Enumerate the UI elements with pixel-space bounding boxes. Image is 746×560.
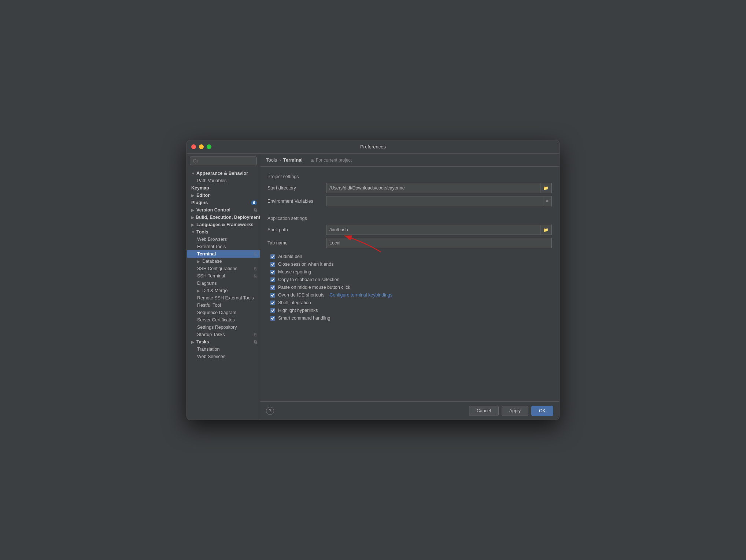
sidebar-item-web-services[interactable]: Web Services [187,353,260,360]
audible-bell-checkbox[interactable] [270,254,275,259]
titlebar: Preferences [187,140,559,154]
paste-middle-label: Paste on middle mouse button click [278,285,350,290]
copy-icon: ⎘ [254,332,257,337]
paste-middle-row: Paste on middle mouse button click [270,285,552,290]
env-variables-row: Environment Variables ≡ [267,196,552,206]
start-directory-label: Start directory [267,185,326,191]
arrow-icon: ▼ [191,172,195,176]
env-variables-input[interactable] [326,196,543,206]
sidebar-item-path-variables[interactable]: Path Variables [187,177,260,184]
start-directory-input[interactable] [326,183,540,193]
for-project-label: ⊞ For current project [311,158,352,163]
close-session-checkbox[interactable] [270,262,275,267]
sidebar-item-plugins[interactable]: Plugins 6 [187,199,260,206]
sidebar-item-web-browsers[interactable]: Web Browsers [187,236,260,243]
sidebar-item-diagrams[interactable]: Diagrams [187,280,260,287]
sidebar-item-tasks[interactable]: ▶ Tasks ⎘ [187,338,260,346]
mouse-reporting-label: Mouse reporting [278,269,311,275]
copy-icon: ⎘ [254,274,257,278]
sidebar-item-sequence-diagram[interactable]: Sequence Diagram [187,309,260,316]
tab-name-row: Tab name [267,238,552,248]
shell-integration-label: Shell integration [278,300,311,305]
help-button[interactable]: ? [266,407,274,415]
copy-icon: ⎘ [254,266,257,271]
shell-path-row: Shell path 📁 [267,225,552,235]
sidebar-item-restful[interactable]: Restful Tool [187,302,260,309]
sidebar-item-ssh-configs[interactable]: SSH Configurations ⎘ [187,265,260,272]
sidebar-tree: ▼ Appearance & Behavior Path Variables K… [187,168,260,420]
main-content: ▼ Appearance & Behavior Path Variables K… [187,154,559,420]
arrow-icon: ▶ [191,208,195,212]
override-ide-label: Override IDE shortcuts [278,292,324,298]
sidebar-item-remote-ssh[interactable]: Remote SSH External Tools [187,294,260,302]
ok-button[interactable]: OK [531,406,553,416]
copy-clipboard-checkbox[interactable] [270,277,275,282]
start-directory-input-group: 📁 [326,183,552,193]
copy-icon: ⎘ [254,252,257,256]
sidebar-item-settings-repo[interactable]: Settings Repository [187,324,260,331]
window-controls [191,144,211,149]
arrow-icon: ▶ [191,215,194,220]
sidebar-item-build[interactable]: ▶ Build, Execution, Deployment [187,214,260,221]
highlight-hyperlinks-row: Highlight hyperlinks [270,308,552,313]
arrow-icon: ▶ [191,340,195,344]
sidebar-item-keymap[interactable]: Keymap [187,184,260,192]
highlight-hyperlinks-checkbox[interactable] [270,308,275,313]
sidebar-item-database[interactable]: ▶ Database [187,258,260,265]
preferences-window: Preferences ▼ Appearance & Behavior Path… [186,140,560,420]
start-directory-browse-button[interactable]: 📁 [540,183,552,193]
arrow-icon: ▶ [191,194,195,198]
cancel-button[interactable]: Cancel [469,406,499,416]
shell-integration-checkbox[interactable] [270,301,275,305]
close-button[interactable] [191,144,196,149]
breadcrumb-separator: › [279,157,281,163]
sidebar-item-diff-merge[interactable]: ▶ Diff & Merge [187,287,260,294]
sidebar-item-appearance[interactable]: ▼ Appearance & Behavior [187,170,260,177]
shell-path-browse-button[interactable]: 📁 [540,225,552,235]
smart-command-checkbox[interactable] [270,316,275,321]
project-icon: ⊞ [311,158,314,163]
sidebar-item-tools[interactable]: ▼ Tools [187,228,260,236]
sidebar-item-languages[interactable]: ▶ Languages & Frameworks [187,221,260,228]
highlight-hyperlinks-label: Highlight hyperlinks [278,308,318,313]
shell-integration-row: Shell integration [270,300,552,305]
sidebar-item-version-control[interactable]: ▶ Version Control ⎘ [187,206,260,214]
smart-command-label: Smart command handling [278,316,330,321]
mouse-reporting-checkbox[interactable] [270,270,275,275]
search-input[interactable] [190,156,257,165]
arrow-icon: ▶ [197,289,201,293]
sidebar-item-terminal[interactable]: Terminal ⎘ [187,250,260,258]
breadcrumb: Tools › Terminal ⊞ For current project [260,154,559,167]
configure-keybindings-link[interactable]: Configure terminal keybindings [329,292,392,298]
close-session-label: Close session when it ends [278,262,333,267]
start-directory-row: Start directory 📁 [267,183,552,193]
arrow-icon: ▼ [191,230,195,234]
settings-area: Project settings Start directory 📁 Envir… [260,167,559,401]
content-panel: Tools › Terminal ⊞ For current project P… [260,154,559,420]
project-settings-title: Project settings [267,174,552,179]
shell-path-input[interactable] [326,225,540,235]
sidebar-item-server-certs[interactable]: Server Certificates [187,316,260,324]
env-variables-label: Environment Variables [267,199,326,204]
sidebar-item-translation[interactable]: Translation [187,346,260,353]
sidebar: ▼ Appearance & Behavior Path Variables K… [187,154,260,420]
shell-path-label: Shell path [267,227,326,232]
breadcrumb-parent: Tools [266,157,277,163]
override-ide-checkbox[interactable] [270,293,275,298]
tab-name-input[interactable] [326,238,552,248]
sidebar-item-external-tools[interactable]: External Tools [187,243,260,250]
paste-middle-checkbox[interactable] [270,285,275,290]
sidebar-item-ssh-terminal[interactable]: SSH Terminal ⎘ [187,272,260,280]
sidebar-item-editor[interactable]: ▶ Editor [187,192,260,199]
maximize-button[interactable] [207,144,211,149]
minimize-button[interactable] [199,144,204,149]
audible-bell-label: Audible bell [278,254,302,259]
sidebar-item-startup-tasks[interactable]: Startup Tasks ⎘ [187,331,260,338]
env-variables-edit-button[interactable]: ≡ [543,196,552,206]
arrow-icon: ▶ [197,259,201,264]
copy-clipboard-label: Copy to clipboard on selection [278,277,339,282]
override-ide-row: Override IDE shortcuts Configure termina… [270,292,552,298]
breadcrumb-current: Terminal [283,157,303,163]
apply-button[interactable]: Apply [502,406,528,416]
copy-icon: ⎘ [254,208,257,212]
